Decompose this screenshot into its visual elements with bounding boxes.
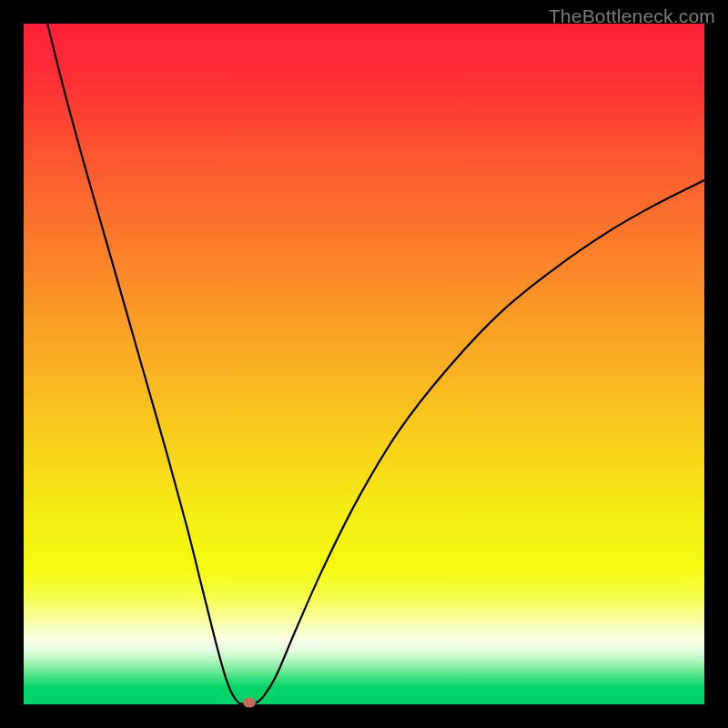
chart-background xyxy=(24,24,704,704)
chart-marker xyxy=(243,698,256,708)
chart-frame xyxy=(24,24,704,704)
watermark-text: TheBottleneck.com xyxy=(549,5,715,27)
svg-rect-0 xyxy=(24,24,704,704)
